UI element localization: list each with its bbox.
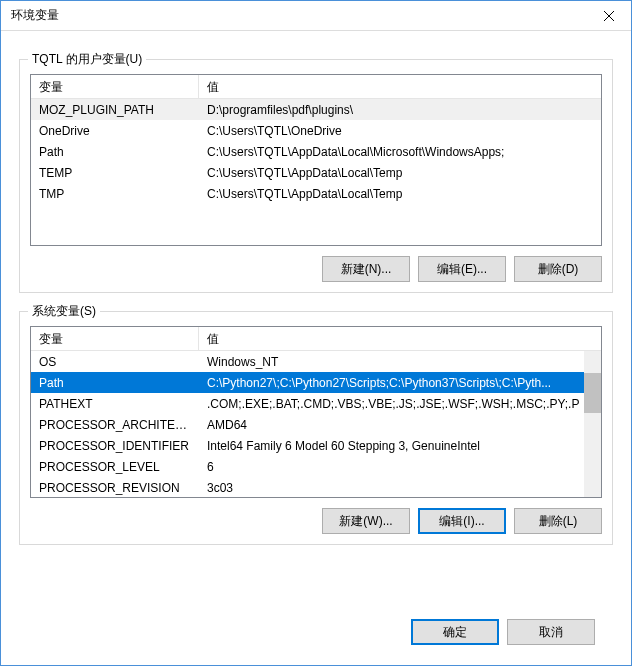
cell-variable: TMP — [31, 185, 199, 203]
cell-variable: TEMP — [31, 164, 199, 182]
table-row[interactable]: PATHEXT.COM;.EXE;.BAT;.CMD;.VBS;.VBE;.JS… — [31, 393, 601, 414]
cell-value: C:\Python27\;C:\Python27\Scripts;C:\Pyth… — [199, 374, 601, 392]
titlebar: 环境变量 — [1, 1, 631, 31]
table-row[interactable]: TEMPC:\Users\TQTL\AppData\Local\Temp — [31, 162, 601, 183]
user-new-button[interactable]: 新建(N)... — [322, 256, 410, 282]
cancel-button[interactable]: 取消 — [507, 619, 595, 645]
ok-button[interactable]: 确定 — [411, 619, 499, 645]
system-edit-button[interactable]: 编辑(I)... — [418, 508, 506, 534]
cell-value: D:\programfiles\pdf\plugins\ — [199, 101, 601, 119]
user-edit-button[interactable]: 编辑(E)... — [418, 256, 506, 282]
cell-variable: PROCESSOR_IDENTIFIER — [31, 437, 199, 455]
cell-value: C:\Users\TQTL\AppData\Local\Microsoft\Wi… — [199, 143, 601, 161]
col-variable[interactable]: 变量 — [31, 75, 199, 98]
scrollbar-thumb[interactable] — [584, 373, 601, 413]
cell-variable: PROCESSOR_ARCHITECT — [31, 416, 199, 434]
env-vars-dialog: 环境变量 TQTL 的用户变量(U) 变量 值 MOZ_PLUGIN_PATHD… — [0, 0, 632, 666]
user-table-header: 变量 值 — [31, 75, 601, 99]
user-vars-label: TQTL 的用户变量(U) — [28, 51, 146, 68]
cell-variable: PROCESSOR_REVISION — [31, 479, 199, 497]
table-row[interactable]: TMPC:\Users\TQTL\AppData\Local\Temp — [31, 183, 601, 204]
cell-value: C:\Users\TQTL\AppData\Local\Temp — [199, 185, 601, 203]
cell-value: 3c03 — [199, 479, 601, 497]
cell-value: C:\Users\TQTL\OneDrive — [199, 122, 601, 140]
cell-variable: Path — [31, 143, 199, 161]
table-row[interactable]: PROCESSOR_IDENTIFIERIntel64 Family 6 Mod… — [31, 435, 601, 456]
system-vars-label: 系统变量(S) — [28, 303, 100, 320]
col-value[interactable]: 值 — [199, 327, 601, 350]
table-row[interactable]: PROCESSOR_ARCHITECTAMD64 — [31, 414, 601, 435]
cell-value: Windows_NT — [199, 353, 601, 371]
close-button[interactable] — [586, 1, 631, 30]
cell-value: 6 — [199, 458, 601, 476]
system-vars-table[interactable]: 变量 值 OSWindows_NTPathC:\Python27\;C:\Pyt… — [30, 326, 602, 498]
system-vars-group: 系统变量(S) 变量 值 OSWindows_NTPathC:\Python27… — [19, 311, 613, 545]
system-button-row: 新建(W)... 编辑(I)... 删除(L) — [30, 508, 602, 534]
close-icon — [604, 11, 614, 21]
cell-value: Intel64 Family 6 Model 60 Stepping 3, Ge… — [199, 437, 601, 455]
table-row[interactable]: PathC:\Python27\;C:\Python27\Scripts;C:\… — [31, 372, 601, 393]
table-row[interactable]: OSWindows_NT — [31, 351, 601, 372]
cell-value: AMD64 — [199, 416, 601, 434]
table-row[interactable]: MOZ_PLUGIN_PATHD:\programfiles\pdf\plugi… — [31, 99, 601, 120]
table-row[interactable]: PROCESSOR_REVISION3c03 — [31, 477, 601, 497]
cell-variable: OS — [31, 353, 199, 371]
user-button-row: 新建(N)... 编辑(E)... 删除(D) — [30, 256, 602, 282]
cell-variable: OneDrive — [31, 122, 199, 140]
cell-variable: MOZ_PLUGIN_PATH — [31, 101, 199, 119]
system-new-button[interactable]: 新建(W)... — [322, 508, 410, 534]
table-row[interactable]: PathC:\Users\TQTL\AppData\Local\Microsof… — [31, 141, 601, 162]
table-row[interactable]: OneDriveC:\Users\TQTL\OneDrive — [31, 120, 601, 141]
window-title: 环境变量 — [11, 7, 59, 24]
system-table-header: 变量 值 — [31, 327, 601, 351]
cell-value: C:\Users\TQTL\AppData\Local\Temp — [199, 164, 601, 182]
cell-variable: PROCESSOR_LEVEL — [31, 458, 199, 476]
cell-variable: Path — [31, 374, 199, 392]
col-value[interactable]: 值 — [199, 75, 601, 98]
user-vars-table[interactable]: 变量 值 MOZ_PLUGIN_PATHD:\programfiles\pdf\… — [30, 74, 602, 246]
cell-variable: PATHEXT — [31, 395, 199, 413]
cell-value: .COM;.EXE;.BAT;.CMD;.VBS;.VBE;.JS;.JSE;.… — [199, 395, 601, 413]
table-row[interactable]: PROCESSOR_LEVEL6 — [31, 456, 601, 477]
dialog-footer: 确定 取消 — [19, 607, 613, 651]
system-scrollbar[interactable] — [584, 351, 601, 497]
system-delete-button[interactable]: 删除(L) — [514, 508, 602, 534]
col-variable[interactable]: 变量 — [31, 327, 199, 350]
user-delete-button[interactable]: 删除(D) — [514, 256, 602, 282]
user-vars-group: TQTL 的用户变量(U) 变量 值 MOZ_PLUGIN_PATHD:\pro… — [19, 59, 613, 293]
dialog-content: TQTL 的用户变量(U) 变量 值 MOZ_PLUGIN_PATHD:\pro… — [1, 31, 631, 665]
